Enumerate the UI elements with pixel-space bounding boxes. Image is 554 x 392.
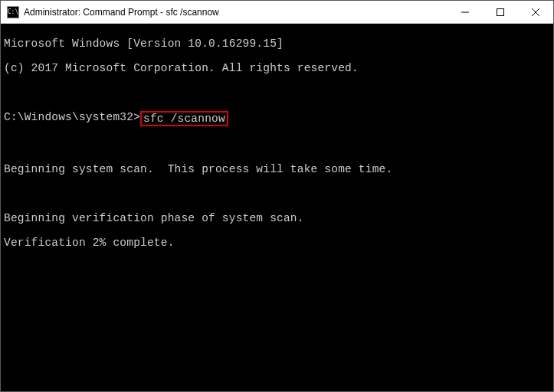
console-line: (c) 2017 Microsoft Corporation. All righ… (4, 62, 550, 74)
console-line: Microsoft Windows [Version 10.0.16299.15… (4, 38, 550, 50)
console-line: Beginning verification phase of system s… (4, 212, 550, 224)
minimize-icon (461, 8, 469, 16)
window-title: Administrator: Command Prompt - sfc /sca… (24, 7, 447, 18)
console-line: Beginning system scan. This process will… (4, 163, 550, 175)
console-output[interactable]: Microsoft Windows [Version 10.0.16299.15… (1, 24, 553, 391)
close-icon (532, 8, 539, 16)
minimize-button[interactable] (447, 1, 483, 23)
console-line-blank (4, 188, 550, 200)
titlebar[interactable]: C:\ Administrator: Command Prompt - sfc … (1, 1, 553, 24)
command-highlight: sfc /scannow (140, 111, 228, 126)
console-line-blank (4, 139, 550, 151)
close-button[interactable] (518, 1, 553, 23)
svg-rect-1 (497, 8, 504, 15)
window-controls (447, 1, 553, 23)
command-prompt-window: C:\ Administrator: Command Prompt - sfc … (0, 0, 554, 392)
maximize-button[interactable] (483, 1, 518, 23)
console-line: Verification 2% complete. (4, 237, 550, 249)
app-icon: C:\ (7, 6, 19, 18)
console-line-blank (4, 87, 550, 99)
prompt-line: C:\Windows\system32>sfc /scannow (4, 111, 550, 126)
maximize-icon (497, 8, 504, 16)
prompt: C:\Windows\system32> (4, 111, 140, 123)
